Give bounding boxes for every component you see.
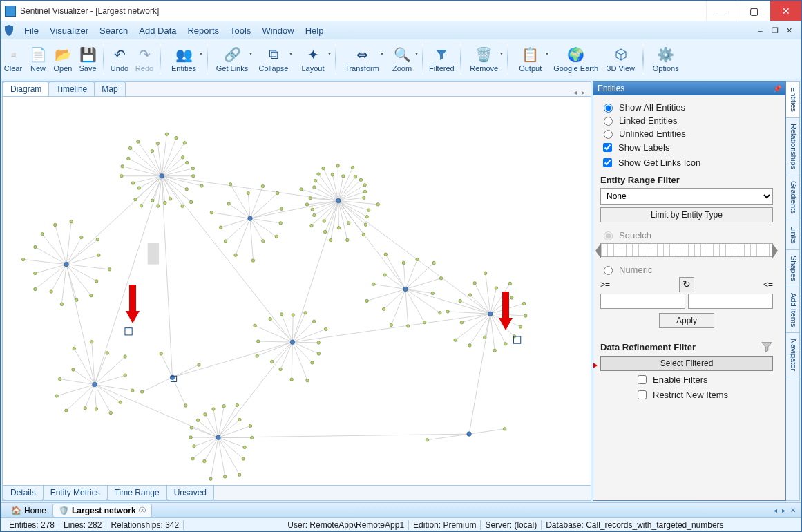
annotation-arrow-3 xyxy=(593,354,598,377)
menu-reports[interactable]: Reports xyxy=(182,23,225,39)
menu-window[interactable]: Window xyxy=(256,23,299,39)
menu-visualizer[interactable]: Visualizer xyxy=(44,23,94,39)
radio-numeric[interactable]: Numeric xyxy=(600,264,773,275)
close-tab-icon[interactable]: ⓧ xyxy=(139,506,146,515)
funnel-icon xyxy=(761,341,773,353)
svg-point-154 xyxy=(276,191,279,195)
redo-button[interactable]: ↷Redo xyxy=(132,41,157,77)
vtab-links[interactable]: Links xyxy=(786,220,799,250)
vtab-entities[interactable]: Entities xyxy=(786,82,799,118)
minimize-button[interactable]: — xyxy=(706,1,738,21)
svg-point-129 xyxy=(376,203,380,207)
svg-line-190 xyxy=(66,265,97,281)
radio-linked[interactable]: Linked Entities xyxy=(600,115,773,126)
mdi-restore-icon[interactable]: ❐ xyxy=(770,26,780,35)
svg-line-300 xyxy=(191,428,218,437)
options-button[interactable]: ⚙️Options xyxy=(647,41,685,77)
tab-entity-metrics[interactable]: Entity Metrics xyxy=(43,486,108,500)
transform-button[interactable]: ⇔Transform xyxy=(339,41,385,77)
check-restrict-new-items[interactable]: Restrict New Items xyxy=(635,388,773,401)
menu-search[interactable]: Search xyxy=(94,23,133,39)
svg-point-202 xyxy=(256,354,259,358)
svg-point-105 xyxy=(314,179,317,182)
svg-rect-372 xyxy=(125,328,132,335)
le-input[interactable] xyxy=(688,294,773,309)
svg-point-134 xyxy=(262,240,265,243)
svg-line-168 xyxy=(35,265,66,289)
svg-point-280 xyxy=(522,302,526,305)
vtab-navigator[interactable]: Navigator xyxy=(786,333,799,377)
svg-point-330 xyxy=(65,409,68,412)
tab-time-range[interactable]: Time Range xyxy=(107,486,167,500)
zoom-button[interactable]: 🔍Zoom xyxy=(385,41,419,77)
check-show-getlinks-icon[interactable]: Show Get Links Icon xyxy=(600,156,773,169)
menu-add-data[interactable]: Add Data xyxy=(133,23,182,39)
doc-tab-home[interactable]: 🏠Home xyxy=(5,504,52,517)
svg-point-356 xyxy=(84,406,87,410)
svg-line-329 xyxy=(66,385,95,411)
svg-point-299 xyxy=(189,436,193,439)
apply-button[interactable]: Apply xyxy=(659,313,714,328)
tab-nav-arrows[interactable]: ◂ ▸ xyxy=(573,88,591,96)
menu-help[interactable]: Help xyxy=(300,23,330,39)
vtab-gradients[interactable]: Gradients xyxy=(786,175,799,220)
output-icon: 📋 xyxy=(522,46,539,63)
pin-icon[interactable]: 📌 xyxy=(773,85,781,93)
ge-input[interactable] xyxy=(600,294,685,309)
select-filtered-button[interactable]: Select Filtered xyxy=(600,356,773,371)
tab-map[interactable]: Map xyxy=(94,82,125,96)
google-earth-button[interactable]: 🌍Google Earth xyxy=(550,41,602,77)
svg-point-348 xyxy=(131,389,135,392)
menu-file[interactable]: File xyxy=(19,23,44,39)
svg-line-139 xyxy=(226,218,250,241)
save-button[interactable]: 💾Save xyxy=(75,41,100,77)
radio-unlinked[interactable]: Unlinked Entities xyxy=(600,128,773,139)
tab-diagram[interactable]: Diagram xyxy=(3,82,49,96)
entities-button[interactable]: 👥Entities xyxy=(164,41,204,77)
filtered-button[interactable]: Filtered xyxy=(426,41,457,77)
status-database: Database: Call_records_with_targeted_num… xyxy=(542,520,797,530)
numeric-reset-button[interactable]: ↻ xyxy=(679,277,694,292)
svg-point-274 xyxy=(495,287,498,290)
new-button[interactable]: 📄New xyxy=(26,41,50,77)
open-button[interactable]: 📂Open xyxy=(50,41,75,77)
check-show-labels[interactable]: Show Labels xyxy=(600,141,773,154)
svg-point-113 xyxy=(336,164,340,168)
tab-unsaved[interactable]: Unsaved xyxy=(166,486,214,500)
mdi-close-icon[interactable]: ✕ xyxy=(784,26,794,35)
window-title: Sentinel Visualizer - [Largest network] xyxy=(20,6,706,16)
maximize-button[interactable]: ▢ xyxy=(738,1,770,21)
layout-button[interactable]: ✦Layout xyxy=(294,41,332,77)
tab-details[interactable]: Details xyxy=(3,486,44,500)
check-enable-filters[interactable]: Enable Filters xyxy=(635,373,773,386)
clear-button[interactable]: ▫️Clear xyxy=(1,41,26,77)
vtab-shapes[interactable]: Shapes xyxy=(786,250,799,287)
diagram-canvas[interactable] xyxy=(3,97,591,485)
mdi-minimize-icon[interactable]: – xyxy=(755,26,765,35)
undo-button[interactable]: ↶Undo xyxy=(107,41,132,77)
svg-point-173 xyxy=(21,258,25,261)
svg-point-206 xyxy=(254,324,257,327)
svg-line-244 xyxy=(405,263,434,289)
3d-view-button[interactable]: 3D View xyxy=(602,41,640,77)
svg-point-97 xyxy=(305,203,309,207)
svg-point-123 xyxy=(363,184,367,187)
vtab-add-items[interactable]: Add Items xyxy=(786,287,799,334)
range-filter-select[interactable]: None xyxy=(600,188,773,205)
doc-tab-nav[interactable]: ◂ ▸ ✕ xyxy=(774,506,797,514)
status-bar: Entities: 278 Lines: 282 Relationships: … xyxy=(1,517,801,531)
menu-tools[interactable]: Tools xyxy=(225,23,256,39)
remove-button[interactable]: 🗑️Remove xyxy=(464,41,504,77)
svg-point-258 xyxy=(468,344,472,348)
doc-tab-largest-network[interactable]: 🛡️Largest networkⓧ xyxy=(52,504,152,517)
close-button[interactable]: ✕ xyxy=(770,1,801,21)
limit-by-entity-type-button[interactable]: Limit by Entity Type xyxy=(600,207,773,222)
squelch-slider[interactable] xyxy=(600,243,773,257)
tab-timeline[interactable]: Timeline xyxy=(48,82,95,96)
output-button[interactable]: 📋Output xyxy=(511,41,550,77)
get-links-button[interactable]: 🔗Get Links xyxy=(211,41,254,77)
collapse-button[interactable]: ⧉Collapse xyxy=(254,41,294,77)
radio-show-all[interactable]: Show All Entities xyxy=(600,102,773,113)
vtab-relationships[interactable]: Relationships xyxy=(786,118,799,175)
entities-icon: 👥 xyxy=(175,46,192,63)
